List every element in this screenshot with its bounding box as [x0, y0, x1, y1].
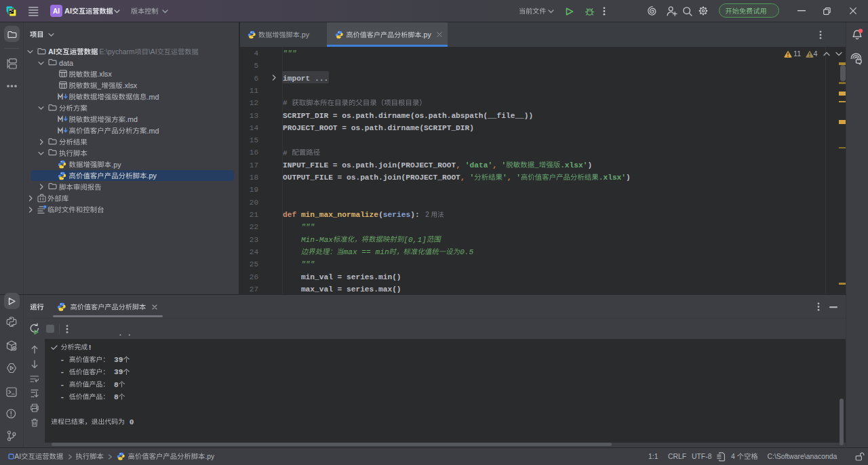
svg-text:0.5: 0.5	[460, 248, 473, 256]
svg-text:-: -	[60, 356, 68, 364]
svg-text:max_val = series.max(): max_val = series.max()	[301, 285, 401, 294]
svg-text:series: series	[383, 211, 411, 219]
svg-text:': '	[502, 174, 507, 182]
svg-text:AI: AI	[48, 47, 56, 56]
svg-text:""": """	[301, 260, 315, 268]
svg-text:!: !	[87, 344, 92, 352]
svg-text:(: (	[378, 211, 383, 219]
svg-text:#: #	[283, 149, 292, 157]
svg-text:19: 19	[250, 186, 258, 194]
svg-text:.py: .py	[146, 171, 157, 180]
svg-text:,: ,	[460, 174, 465, 182]
svg-text:C:\Software\anaconda: C:\Software\anaconda	[768, 453, 837, 460]
svg-text:.md: .md	[146, 127, 159, 135]
svg-text:16: 16	[250, 148, 258, 157]
svg-text:': '	[516, 174, 521, 182]
svg-text:39: 39	[109, 356, 123, 364]
svg-text:):: ):	[410, 211, 419, 219]
svg-text:14: 14	[250, 124, 259, 132]
svg-text:AI: AI	[53, 7, 60, 15]
svg-text:.xlsx: .xlsx	[97, 70, 112, 78]
svg-text:6: 6	[254, 75, 258, 83]
svg-text:11: 11	[793, 49, 801, 58]
svg-text:""": """	[301, 223, 315, 231]
svg-text:8: 8	[109, 393, 119, 401]
svg-text:max == min: max == min	[344, 248, 389, 256]
svg-text:5: 5	[254, 62, 258, 70]
svg-text:25: 25	[250, 260, 258, 268]
svg-text:2: 2	[425, 211, 431, 218]
svg-text:. . .: . . .	[118, 334, 132, 338]
svg-text:#: #	[283, 99, 292, 107]
svg-text:[0,1]: [0,1]	[403, 236, 427, 244]
svg-text:39: 39	[109, 368, 123, 376]
svg-text:data: data	[59, 59, 73, 67]
svg-text:.py: .py	[111, 161, 121, 169]
svg-text:.py: .py	[300, 31, 310, 39]
svg-text:SCRIPT_DIR = os.path.dirname(o: SCRIPT_DIR = os.path.dirname(os.path.abs…	[283, 112, 533, 120]
svg-text:13: 13	[250, 112, 258, 120]
svg-text:,: ,	[456, 161, 460, 169]
svg-text:'data': 'data'	[465, 161, 492, 169]
svg-text:min_max_normalize: min_max_normalize	[301, 211, 378, 219]
svg-text:0: 0	[125, 418, 134, 426]
svg-text:-: -	[60, 381, 68, 389]
svg-text:.md: .md	[125, 115, 138, 123]
svg-text:.py: .py	[205, 453, 215, 460]
svg-text:.md: .md	[146, 93, 159, 101]
svg-text:): )	[626, 174, 631, 182]
svg-text:Min-Max: Min-Max	[301, 236, 333, 244]
svg-text:': '	[502, 161, 507, 169]
svg-text:8: 8	[109, 381, 119, 389]
svg-text:""": """	[283, 49, 296, 58]
svg-text:.xlsx': .xlsx'	[599, 174, 626, 182]
svg-text:min_val = series.min(): min_val = series.min()	[301, 273, 401, 281]
svg-text:27: 27	[250, 285, 258, 294]
svg-text:INPUT_FILE = os.path.join(PROJ: INPUT_FILE = os.path.join(PROJECT_ROOT	[283, 161, 456, 169]
svg-text:.py: .py	[422, 31, 432, 39]
svg-text:.xlsx: .xlsx	[123, 81, 138, 89]
svg-text:PROJECT_ROOT = os.path.dirname: PROJECT_ROOT = os.path.dirname(SCRIPT_DI…	[283, 124, 474, 132]
svg-text:_: _	[96, 81, 102, 89]
svg-text:,: ,	[507, 174, 512, 182]
svg-text:.xlsx': .xlsx'	[560, 161, 587, 169]
svg-text:24: 24	[250, 248, 259, 256]
svg-text:-: -	[60, 393, 68, 401]
svg-text:CRLF: CRLF	[668, 453, 686, 460]
svg-text:UTF-8: UTF-8	[692, 453, 712, 460]
svg-text:PC: PC	[9, 9, 14, 12]
svg-text:-: -	[60, 368, 68, 376]
svg-text:18: 18	[250, 174, 258, 182]
svg-text:_: _	[534, 161, 539, 169]
svg-text:4: 4	[254, 49, 258, 58]
svg-text:): )	[587, 161, 592, 169]
svg-text:AI: AI	[14, 453, 21, 460]
svg-text:17: 17	[250, 161, 258, 169]
svg-text:4: 4	[814, 49, 818, 58]
svg-text:20: 20	[250, 199, 258, 207]
svg-text:23: 23	[250, 236, 258, 244]
svg-text:\AI: \AI	[149, 48, 157, 56]
svg-text:15: 15	[250, 136, 258, 144]
svg-text:def: def	[283, 211, 301, 219]
svg-text:AI: AI	[64, 7, 72, 15]
svg-text:11: 11	[250, 87, 259, 95]
svg-text:1:1: 1:1	[648, 453, 658, 460]
svg-text:E:\pycharm: E:\pycharm	[100, 48, 135, 56]
svg-text:12: 12	[250, 99, 258, 107]
svg-text:OUTPUT_FILE = os.path.join(PRO: OUTPUT_FILE = os.path.join(PROJECT_ROOT	[283, 174, 460, 182]
svg-text:22: 22	[250, 223, 258, 231]
svg-text:4: 4	[731, 453, 737, 460]
svg-text:': '	[470, 174, 475, 182]
svg-text:26: 26	[250, 273, 258, 281]
svg-text:,: ,	[492, 161, 497, 169]
svg-text:import ...: import ...	[283, 75, 328, 83]
svg-text:21: 21	[250, 211, 259, 219]
